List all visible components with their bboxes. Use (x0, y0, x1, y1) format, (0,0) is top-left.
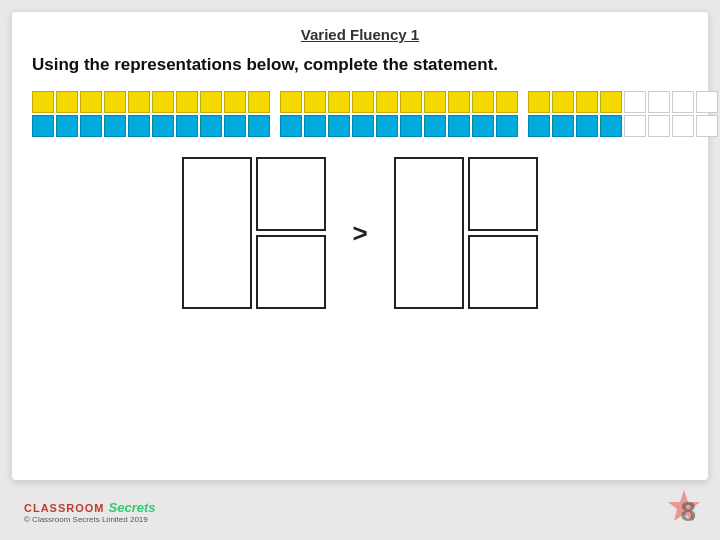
tile (424, 115, 446, 137)
tile (648, 115, 670, 137)
tile-group-3 (528, 91, 720, 137)
tile-row-yellow-2 (280, 91, 518, 113)
tile (600, 91, 622, 113)
tile (56, 91, 78, 113)
tile (552, 91, 574, 113)
instruction-text: Using the representations below, complet… (32, 55, 688, 75)
tile (128, 91, 150, 113)
bottom-bar: CLASSROOM Secrets © Classroom Secrets Li… (12, 484, 708, 540)
tile-row-blue-3 (528, 115, 720, 137)
tile (496, 91, 518, 113)
tile (176, 91, 198, 113)
tile (624, 91, 646, 113)
tile (472, 115, 494, 137)
tile (648, 91, 670, 113)
diagrams-section: > (32, 157, 688, 309)
tile-row-blue-2 (280, 115, 518, 137)
rect-block (182, 157, 252, 309)
tile (248, 115, 270, 137)
rect-block (468, 157, 538, 231)
tile (104, 91, 126, 113)
tile (224, 115, 246, 137)
logo-copyright: © Classroom Secrets Limited 2019 (24, 515, 148, 524)
comparator-symbol: > (346, 218, 373, 249)
tile (448, 115, 470, 137)
tile (576, 91, 598, 113)
tile (352, 91, 374, 113)
tile (376, 91, 398, 113)
tile-group-1 (32, 91, 270, 137)
diagram-right-col1 (394, 157, 464, 309)
diagram-right-col2 (468, 157, 538, 309)
tile (624, 115, 646, 137)
tile (600, 115, 622, 137)
tile (80, 115, 102, 137)
tile (248, 91, 270, 113)
rect-block (394, 157, 464, 309)
tile (280, 115, 302, 137)
tile (528, 91, 550, 113)
tile (400, 115, 422, 137)
tile (304, 91, 326, 113)
tile (176, 115, 198, 137)
tile (528, 115, 550, 137)
rect-block (256, 157, 326, 231)
tile (496, 115, 518, 137)
logo-top: CLASSROOM Secrets (24, 500, 155, 515)
diagram-right (394, 157, 538, 309)
tile (152, 91, 174, 113)
tile (424, 91, 446, 113)
tile (376, 115, 398, 137)
tile (200, 91, 222, 113)
tiles-section (32, 91, 688, 137)
tile (152, 115, 174, 137)
tile (552, 115, 574, 137)
tile (328, 91, 350, 113)
page-number: 8 (680, 496, 696, 528)
diagram-left (182, 157, 326, 309)
tile-row-yellow-3 (528, 91, 720, 113)
tile (472, 91, 494, 113)
tile (224, 91, 246, 113)
tile (672, 91, 694, 113)
tile-group-2 (280, 91, 518, 137)
logo-secrets-text: Secrets (109, 500, 156, 515)
tile (32, 91, 54, 113)
diagram-left-col2 (256, 157, 326, 309)
tile (328, 115, 350, 137)
tile (32, 115, 54, 137)
tile (80, 91, 102, 113)
tile (448, 91, 470, 113)
rect-block (256, 235, 326, 309)
tile (696, 91, 718, 113)
page-title: Varied Fluency 1 (32, 26, 688, 43)
tile-row-yellow-1 (32, 91, 270, 113)
tile (352, 115, 374, 137)
tile-row-blue-1 (32, 115, 270, 137)
logo-area: CLASSROOM Secrets © Classroom Secrets Li… (24, 500, 155, 524)
tile (128, 115, 150, 137)
tile (104, 115, 126, 137)
tile (576, 115, 598, 137)
tile (304, 115, 326, 137)
tile (696, 115, 718, 137)
tile (400, 91, 422, 113)
rect-block (468, 235, 538, 309)
tile (280, 91, 302, 113)
logo-classroom-text: CLASSROOM (24, 502, 105, 514)
tile (200, 115, 222, 137)
tile (56, 115, 78, 137)
main-card: Varied Fluency 1 Using the representatio… (12, 12, 708, 480)
tile (672, 115, 694, 137)
diagram-left-col1 (182, 157, 252, 309)
